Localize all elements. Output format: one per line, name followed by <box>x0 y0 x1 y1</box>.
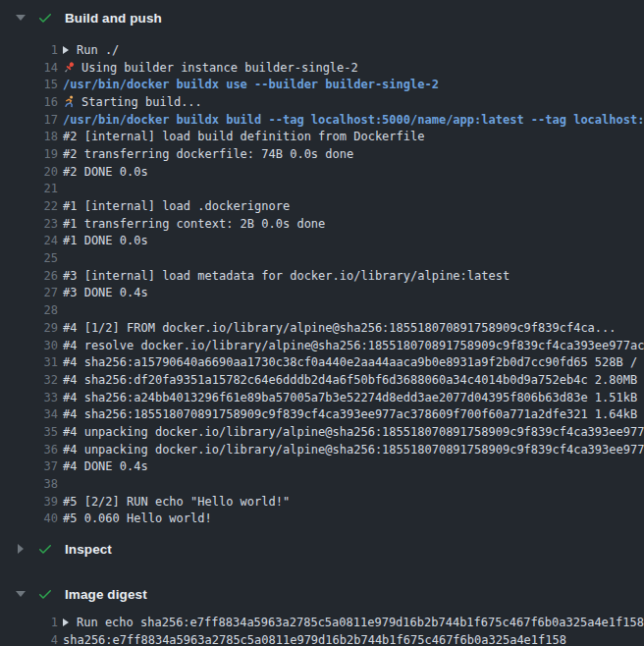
section-title: Build and push <box>65 11 162 26</box>
log-line-content: #4 resolve docker.io/library/alpine@sha2… <box>63 339 644 352</box>
log-line-content: #4 unpacking docker.io/library/alpine@sh… <box>63 425 644 439</box>
log-line-content: Using builder instance builder-single-2 <box>63 61 644 75</box>
line-number[interactable]: 18 <box>0 130 58 143</box>
section-header[interactable]: Image digest <box>0 576 644 612</box>
log-line: 33#4 sha256:a24bb4013296f61e89ba57005a7b… <box>0 389 644 406</box>
line-number[interactable]: 17 <box>0 113 58 127</box>
line-number[interactable]: 14 <box>0 61 58 75</box>
line-number[interactable]: 35 <box>0 425 58 439</box>
log-text: #4 sha256:185518070891758909c9f839cf4ca3… <box>63 407 644 421</box>
log-line: 25 <box>0 249 644 267</box>
line-number[interactable]: 38 <box>0 477 58 491</box>
play-marker-icon[interactable] <box>63 619 69 626</box>
log-text: #4 unpacking docker.io/library/alpine@sh… <box>63 425 644 439</box>
chevron-down-icon <box>16 15 26 21</box>
log-line: 16Starting build... <box>0 93 644 111</box>
check-icon <box>37 541 53 557</box>
log-text: #5 [2/2] RUN echo "Hello world!" <box>63 495 290 509</box>
log-line-content: Run ./ <box>63 43 644 57</box>
check-icon <box>37 10 53 26</box>
line-number[interactable]: 24 <box>0 234 58 247</box>
line-number[interactable]: 22 <box>0 199 58 213</box>
line-number[interactable]: 37 <box>0 459 58 473</box>
line-number[interactable]: 30 <box>0 339 58 352</box>
line-number[interactable]: 26 <box>0 269 58 283</box>
line-number[interactable]: 29 <box>0 321 58 335</box>
log-line-content: #4 sha256:185518070891758909c9f839cf4ca3… <box>63 407 644 421</box>
log-line: 20#2 DONE 0.0s <box>0 163 644 181</box>
log-line-content: #3 [internal] load metadata for docker.i… <box>63 269 644 283</box>
line-number[interactable]: 33 <box>0 391 58 404</box>
line-number[interactable]: 1 <box>0 43 58 57</box>
log-text: #4 sha256:df20fa9351a15782c64e6dddb2d4a6… <box>63 373 644 387</box>
line-number[interactable]: 28 <box>0 303 58 317</box>
log-text: #1 transferring context: 2B 0.0s done <box>63 217 325 231</box>
log-text: #3 [internal] load metadata for docker.i… <box>63 269 510 283</box>
log-line-content: #4 DONE 0.4s <box>63 459 644 473</box>
log-line: 15/usr/bin/docker buildx use --builder b… <box>0 76 644 93</box>
log-line: 24#1 DONE 0.0s <box>0 233 644 250</box>
line-number[interactable]: 23 <box>0 217 58 231</box>
line-number[interactable]: 16 <box>0 95 58 109</box>
log-text: /usr/bin/docker buildx build --tag local… <box>63 113 644 127</box>
log-line: 21 <box>0 181 644 198</box>
log-line-content: #4 sha256:df20fa9351a15782c64e6dddb2d4a6… <box>63 373 644 387</box>
line-number[interactable]: 40 <box>0 511 58 525</box>
line-number[interactable]: 27 <box>0 286 58 299</box>
line-number[interactable]: 21 <box>0 182 58 195</box>
log-text: #1 [internal] load .dockerignore <box>63 199 290 213</box>
line-number[interactable]: 39 <box>0 495 58 509</box>
log-text: Starting build... <box>81 95 202 109</box>
section-header[interactable]: Build and push <box>0 0 644 35</box>
log-line-content: Starting build... <box>63 95 644 109</box>
line-number[interactable]: 20 <box>0 165 58 179</box>
log-line: 40#5 0.060 Hello world! <box>0 511 644 528</box>
line-number[interactable]: 32 <box>0 373 58 387</box>
log-line-content: #1 [internal] load .dockerignore <box>63 199 644 213</box>
log-line: 32#4 sha256:df20fa9351a15782c64e6dddb2d4… <box>0 371 644 389</box>
log-line: 1Run ./ <box>0 41 644 59</box>
log-line-content: /usr/bin/docker buildx build --tag local… <box>63 113 644 127</box>
check-icon <box>37 586 53 602</box>
pushpin-icon <box>63 61 76 74</box>
log-text: Run ./ <box>77 43 119 57</box>
log-line: 22#1 [internal] load .dockerignore <box>0 197 644 215</box>
log-line-content: #5 [2/2] RUN echo "Hello world!" <box>63 495 644 509</box>
log-text: #1 DONE 0.0s <box>63 234 148 247</box>
line-number[interactable]: 31 <box>0 355 58 369</box>
log-section: Inspect <box>0 531 644 566</box>
actions-log-viewer: Build and push1Run ./14Using builder ins… <box>0 0 644 646</box>
log-text: #4 sha256:a24bb4013296f61e89ba57005a7b3e… <box>63 391 644 404</box>
log-text: #4 DONE 0.4s <box>63 459 148 473</box>
log-text: #4 sha256:a15790640a6690aa1730c38cf0a440… <box>63 355 644 369</box>
log-line: 38 <box>0 475 644 493</box>
line-number[interactable]: 36 <box>0 443 58 457</box>
line-number[interactable]: 19 <box>0 147 58 161</box>
chevron-down-icon <box>16 591 26 597</box>
log-text: #2 transferring dockerfile: 74B 0.0s don… <box>63 147 353 161</box>
line-number[interactable]: 34 <box>0 407 58 421</box>
log-lines: 1Run ./14Using builder instance builder-… <box>0 35 644 531</box>
line-number[interactable]: 15 <box>0 78 58 91</box>
log-line: 1Run echo sha256:e7ff8834a5963a2785c5a08… <box>0 614 644 631</box>
log-section: Image digest1Run echo sha256:e7ff8834a59… <box>0 576 644 646</box>
log-line-content: #2 DONE 0.0s <box>63 165 644 179</box>
log-text: #5 0.060 Hello world! <box>63 511 212 525</box>
log-line: 37#4 DONE 0.4s <box>0 458 644 476</box>
log-line-content: #2 [internal] load build definition from… <box>63 130 644 143</box>
chevron-right-icon <box>16 544 26 554</box>
line-number[interactable]: 25 <box>0 251 58 265</box>
log-line: 34#4 sha256:185518070891758909c9f839cf4c… <box>0 405 644 423</box>
line-number[interactable]: 4 <box>0 633 58 646</box>
log-text: Using builder instance builder-single-2 <box>81 61 358 75</box>
log-line: 28 <box>0 301 644 319</box>
log-line-content: sha256:e7ff8834a5963a2785c5a0811e979d16b… <box>63 633 644 646</box>
log-text: #4 resolve docker.io/library/alpine@sha2… <box>63 339 644 352</box>
line-number[interactable]: 1 <box>0 616 58 629</box>
log-line: 36#4 unpacking docker.io/library/alpine@… <box>0 441 644 458</box>
log-text: /usr/bin/docker buildx use --builder bui… <box>63 78 439 91</box>
section-title: Image digest <box>65 587 147 602</box>
log-line-content: /usr/bin/docker buildx use --builder bui… <box>63 78 644 91</box>
section-header[interactable]: Inspect <box>0 531 644 566</box>
play-marker-icon[interactable] <box>63 46 69 54</box>
